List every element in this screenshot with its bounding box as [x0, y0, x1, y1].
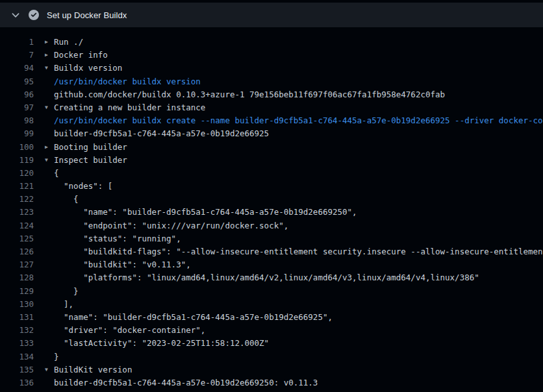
log-group-title[interactable]: Docker info — [54, 49, 108, 62]
chevron-down-icon[interactable]: ▼ — [45, 154, 54, 167]
log-line: 123 "name": "builder-d9cfb5a1-c764-445a-… — [0, 206, 543, 219]
line-number[interactable]: 96 — [0, 88, 34, 101]
line-number[interactable]: 127 — [0, 258, 34, 271]
log-line: 96github.com/docker/buildx 0.10.3+azure-… — [0, 88, 543, 101]
line-number[interactable]: 123 — [0, 206, 34, 219]
marker-spacer — [45, 311, 54, 324]
log-output-text: "lastActivity": "2023-02-25T11:58:12.000… — [54, 337, 269, 350]
marker-spacer — [45, 193, 54, 206]
step-header[interactable]: Set up Docker Buildx — [0, 3, 543, 27]
marker-spacer — [45, 245, 54, 258]
log-output-text: "endpoint": "unix:///var/run/docker.sock… — [54, 219, 288, 232]
log-line: 129 } — [0, 285, 543, 298]
log-output-text: ], — [54, 298, 73, 311]
log-output-text: "name": "builder-d9cfb5a1-c764-445a-a57e… — [54, 206, 357, 219]
log-output-text: { — [54, 167, 59, 180]
log-line: 128 "platforms": "linux/amd64,linux/amd6… — [0, 271, 543, 284]
check-circle-icon — [29, 10, 39, 20]
line-number[interactable]: 121 — [0, 180, 34, 193]
log-group-title[interactable]: Run ./ — [54, 36, 83, 49]
log-group-title[interactable]: Buildx version — [54, 62, 122, 75]
log-line: 122 { — [0, 193, 543, 206]
line-number[interactable]: 94 — [0, 62, 34, 75]
marker-spacer — [45, 298, 54, 311]
line-number[interactable]: 7 — [0, 49, 34, 62]
chevron-right-icon[interactable]: ▶ — [45, 49, 54, 62]
marker-spacer — [45, 180, 54, 193]
line-number[interactable]: 120 — [0, 167, 34, 180]
marker-spacer — [45, 219, 54, 232]
marker-spacer — [45, 376, 54, 389]
log-line: 95/usr/bin/docker buildx version — [0, 75, 543, 88]
log-command-text: /usr/bin/docker buildx version — [54, 75, 201, 88]
log-line: 120{ — [0, 167, 543, 180]
log-viewer: 1▶Run ./7▶Docker info94▼Buildx version95… — [0, 27, 543, 389]
line-number[interactable]: 124 — [0, 219, 34, 232]
line-number[interactable]: 131 — [0, 311, 34, 324]
line-number[interactable]: 128 — [0, 271, 34, 284]
log-group-title[interactable]: Inspect builder — [54, 154, 127, 167]
chevron-down-icon[interactable]: ▼ — [45, 363, 54, 376]
log-line: 125 "status": "running", — [0, 232, 543, 245]
marker-spacer — [45, 258, 54, 271]
line-number[interactable]: 135 — [0, 363, 34, 376]
log-output-text: } — [54, 350, 59, 363]
marker-spacer — [45, 206, 54, 219]
log-line: 131 "name": "builder-d9cfb5a1-c764-445a-… — [0, 311, 543, 324]
chevron-down-icon[interactable]: ▼ — [45, 101, 54, 114]
line-number[interactable]: 122 — [0, 193, 34, 206]
line-number[interactable]: 134 — [0, 350, 34, 363]
chevron-down-icon[interactable] — [10, 10, 21, 20]
line-number[interactable]: 1 — [0, 36, 34, 49]
log-line: 134} — [0, 350, 543, 363]
line-number[interactable]: 133 — [0, 337, 34, 350]
log-group-title[interactable]: Creating a new builder instance — [54, 101, 205, 114]
log-line: 133 "lastActivity": "2023-02-25T11:58:12… — [0, 337, 543, 350]
log-line: 126 "buildkitd-flags": "--allow-insecure… — [0, 245, 543, 258]
line-number[interactable]: 119 — [0, 154, 34, 167]
log-output-text: "nodes": [ — [54, 180, 112, 193]
log-output-text: { — [54, 193, 79, 206]
log-line: 94▼Buildx version — [0, 62, 543, 75]
marker-spacer — [45, 127, 54, 140]
marker-spacer — [45, 285, 54, 298]
marker-spacer — [45, 350, 54, 363]
marker-spacer — [45, 324, 54, 337]
line-number[interactable]: 129 — [0, 285, 34, 298]
line-number[interactable]: 99 — [0, 127, 34, 140]
log-group-title[interactable]: BuildKit version — [54, 363, 132, 376]
chevron-right-icon[interactable]: ▶ — [45, 141, 54, 154]
log-group-title[interactable]: Booting builder — [54, 141, 127, 154]
log-line: 1▶Run ./ — [0, 36, 543, 49]
step-title: Set up Docker Buildx — [47, 10, 127, 20]
log-line: 99builder-d9cfb5a1-c764-445a-a57e-0b19d2… — [0, 127, 543, 140]
log-output-text: "buildkit": "v0.11.3", — [54, 258, 191, 271]
log-line: 7▶Docker info — [0, 49, 543, 62]
line-number[interactable]: 132 — [0, 324, 34, 337]
chevron-down-icon[interactable]: ▼ — [45, 62, 54, 75]
log-line: 136builder-d9cfb5a1-c764-445a-a57e-0b19d… — [0, 376, 543, 389]
line-number[interactable]: 95 — [0, 75, 34, 88]
log-line: 130 ], — [0, 298, 543, 311]
log-output-text: "driver": "docker-container", — [54, 324, 205, 337]
log-output-text: "status": "running", — [54, 232, 181, 245]
line-number[interactable]: 126 — [0, 245, 34, 258]
log-line: 100▶Booting builder — [0, 141, 543, 154]
log-output-text: "name": "builder-d9cfb5a1-c764-445a-a57e… — [54, 311, 333, 324]
line-number[interactable]: 130 — [0, 298, 34, 311]
line-number[interactable]: 125 — [0, 232, 34, 245]
marker-spacer — [45, 232, 54, 245]
log-line: 121 "nodes": [ — [0, 180, 543, 193]
log-lines: 1▶Run ./7▶Docker info94▼Buildx version95… — [0, 36, 543, 389]
line-number[interactable]: 100 — [0, 141, 34, 154]
log-line: 124 "endpoint": "unix:///var/run/docker.… — [0, 219, 543, 232]
log-output-text: github.com/docker/buildx 0.10.3+azure-1 … — [54, 88, 445, 101]
line-number[interactable]: 98 — [0, 114, 34, 127]
chevron-right-icon[interactable]: ▶ — [45, 36, 54, 49]
line-number[interactable]: 97 — [0, 101, 34, 114]
marker-spacer — [45, 75, 54, 88]
log-command-text: /usr/bin/docker buildx create --name bui… — [54, 114, 543, 127]
line-number[interactable]: 136 — [0, 376, 34, 389]
log-output-text: builder-d9cfb5a1-c764-445a-a57e-0b19d2e6… — [54, 127, 269, 140]
marker-spacer — [45, 114, 54, 127]
